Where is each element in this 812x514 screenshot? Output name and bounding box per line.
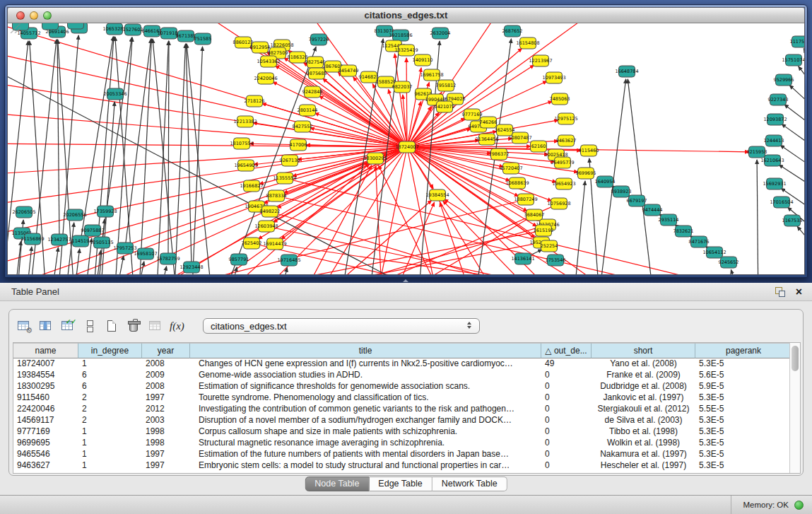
network-node[interactable]: 7955812 [436, 80, 457, 91]
select-columns-button[interactable]: ✓✓ [60, 318, 76, 334]
network-node[interactable]: 16782759 [156, 253, 180, 264]
table-cell-short[interactable]: Hescheler et al. (1997) [592, 460, 695, 472]
table-cell-name[interactable]: 9115460 [13, 392, 78, 404]
column-header-year[interactable]: year [142, 343, 190, 358]
network-node[interactable]: 9671385 [176, 30, 196, 42]
network-edge[interactable] [114, 256, 124, 274]
network-node[interactable]: 26206505 [12, 206, 35, 218]
table-cell-in_degree[interactable]: 1 [78, 449, 142, 460]
table-cell-short[interactable]: Yano et al. (2008) [592, 358, 695, 370]
network-edge[interactable] [8, 80, 407, 147]
column-header-in_degree[interactable]: in_degree [78, 343, 142, 358]
table-cell-out_degree[interactable]: 0 [541, 415, 592, 426]
network-node[interactable]: 3684067 [524, 209, 545, 221]
table-cell-short[interactable]: Stergiakouli et al. (2012) [592, 404, 695, 415]
table-cell-in_degree[interactable]: 2 [78, 404, 142, 415]
network-node[interactable]: 2935114 [659, 214, 679, 226]
network-edge[interactable] [168, 41, 169, 259]
table-cell-name[interactable]: 9463627 [13, 460, 78, 472]
table-cell-title[interactable]: Estimation of significance thresholds fo… [190, 381, 541, 392]
table-row[interactable]: 1938455462009Genome-wide association stu… [13, 370, 789, 381]
network-node[interactable]: 20206556 [63, 209, 86, 221]
tab-edge-table[interactable]: Edge Table [369, 477, 432, 491]
network-edge[interactable] [784, 105, 804, 129]
zoom-window-button[interactable] [43, 11, 52, 20]
network-edge[interactable] [57, 40, 59, 240]
table-cell-name[interactable]: 19384554 [13, 370, 78, 381]
table-cell-in_degree[interactable]: 1 [78, 460, 142, 472]
table-cell-out_degree[interactable]: 0 [541, 449, 592, 460]
table-row[interactable]: 946554611997Estimation of the future num… [13, 449, 789, 460]
network-node[interactable]: 16961758 [420, 69, 443, 81]
table-cell-year[interactable]: 1998 [142, 426, 190, 438]
table-cell-short[interactable]: de Silva et al. (2003) [592, 415, 695, 426]
table-cell-pagerank[interactable]: 5.3E-5 [695, 460, 789, 472]
network-edge[interactable] [406, 58, 407, 147]
network-node[interactable]: 6679197 [627, 195, 647, 206]
table-cell-out_degree[interactable]: 0 [541, 438, 592, 449]
network-node[interactable]: 9529966 [774, 74, 794, 86]
network-node[interactable]: 11156869 [20, 233, 44, 245]
table-cell-title[interactable]: Structural magnetic resonance image aver… [190, 438, 541, 449]
network-edge[interactable] [8, 144, 407, 147]
network-node[interactable]: 1753546 [546, 255, 566, 266]
network-node[interactable]: 16154808 [516, 37, 539, 49]
network-edge[interactable] [731, 269, 743, 274]
memory-ok-indicator[interactable] [794, 501, 804, 510]
float-panel-icon[interactable] [775, 287, 785, 297]
network-node[interactable]: 45720407 [499, 163, 522, 174]
network-node[interactable]: 2687652 [502, 25, 523, 37]
network-edge[interactable] [156, 230, 543, 274]
network-node[interactable]: 9875685 [307, 68, 327, 79]
network-edge[interactable] [757, 160, 758, 274]
network-node[interactable]: 19384554 [425, 189, 449, 201]
table-cell-year[interactable]: 2009 [142, 370, 190, 381]
network-node[interactable]: 1421072 [435, 101, 455, 112]
network-node[interactable]: 26495779 [551, 157, 574, 168]
row-height-button[interactable] [82, 318, 98, 334]
network-node[interactable]: 12975125 [554, 113, 577, 124]
network-node[interactable]: 746266 [480, 117, 498, 128]
table-vertical-scrollbar[interactable] [789, 343, 800, 473]
table-cell-title[interactable]: Changes of HCN gene expression and I(f) … [190, 358, 541, 370]
network-node[interactable]: 9777169 [462, 109, 483, 120]
network-node[interactable]: 19716485 [277, 255, 300, 266]
table-cell-name[interactable]: 9699695 [13, 438, 78, 449]
network-node[interactable]: 114519 [72, 235, 90, 247]
network-node[interactable]: 1640954 [595, 176, 616, 187]
network-node[interactable]: 3624554 [495, 124, 515, 136]
network-node[interactable]: 252254 [541, 240, 558, 252]
network-node[interactable]: 2632004 [430, 28, 451, 39]
network-node[interactable]: 9857791 [229, 254, 249, 265]
table-cell-in_degree[interactable]: 6 [78, 370, 142, 381]
table-cell-short[interactable]: Nakamura et al. (1997) [592, 449, 695, 460]
table-cell-year[interactable]: 1997 [142, 460, 190, 472]
network-node[interactable]: 9699695 [576, 168, 596, 179]
network-edge[interactable] [319, 96, 407, 147]
table-cell-pagerank[interactable]: 5.3E-5 [695, 438, 789, 449]
network-node[interactable]: 1167533 [782, 215, 803, 226]
network-node[interactable]: 8215958 [747, 146, 767, 158]
table-cell-title[interactable]: Disruption of a novel member of a sodium… [190, 415, 541, 426]
network-edge[interactable] [573, 181, 585, 274]
table-cell-title[interactable]: Genome-wide association studies in ADHD. [190, 370, 541, 381]
network-node[interactable]: 17016504 [770, 197, 793, 208]
network-node[interactable]: 21364456 [475, 134, 498, 145]
network-node[interactable]: 10756928 [547, 198, 570, 209]
network-node[interactable]: 8454749 [339, 65, 359, 76]
table-cell-short[interactable]: Jankovic et al. (1997) [592, 392, 695, 404]
network-node[interactable]: 9474444 [642, 204, 663, 216]
network-node[interactable]: 1615192 [534, 225, 554, 236]
table-cell-title[interactable]: Estimation of the future numbers of pati… [190, 449, 541, 460]
table-row[interactable]: 946362711997Embryonic stem cells: a mode… [13, 460, 789, 472]
network-edge[interactable] [158, 267, 167, 274]
network-edge[interactable] [213, 243, 541, 274]
network-node[interactable]: 9463627 [556, 135, 577, 146]
scrollbar-thumb[interactable] [792, 346, 799, 371]
network-node[interactable]: 19166827 [240, 180, 263, 192]
network-node[interactable]: 8427552 [293, 121, 313, 132]
network-node[interactable]: 9242848 [302, 86, 323, 98]
network-node[interactable]: 7957224 [309, 34, 329, 45]
network-view-window[interactable]: citations_edges.txt 14055712206914061065… [4, 4, 808, 278]
network-node[interactable]: 19654923 [552, 178, 575, 189]
